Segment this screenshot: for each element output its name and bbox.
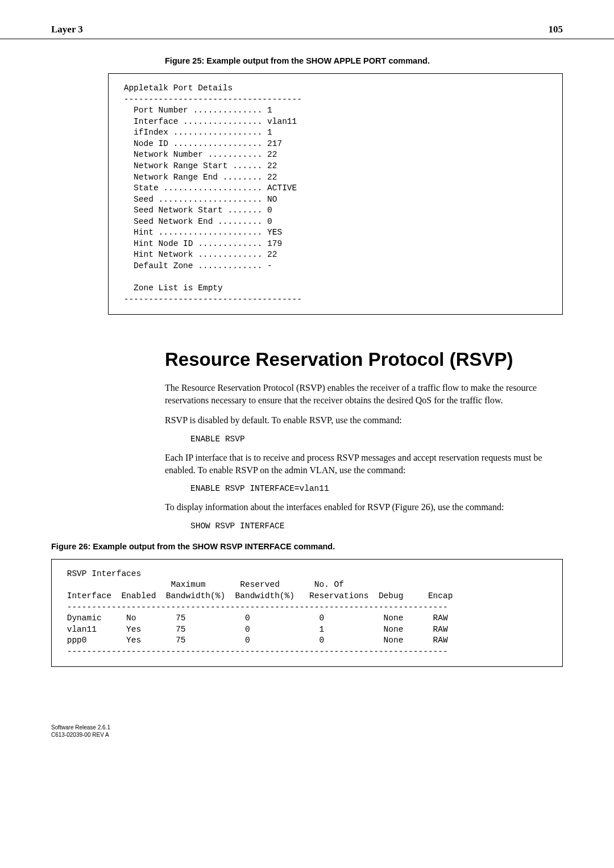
paragraph-4: To display information about the interfa…	[165, 501, 563, 514]
page-header: Layer 3 105	[0, 0, 614, 39]
command-3: SHOW RSVP INTERFACE	[190, 521, 563, 531]
paragraph-3: Each IP interface that is to receive and…	[165, 452, 563, 476]
header-left: Layer 3	[51, 24, 83, 35]
command-2: ENABLE RSVP INTERFACE=vlan11	[190, 484, 563, 493]
figure-25-code: Appletalk Port Details -----------------…	[108, 73, 563, 315]
paragraph-2: RSVP is disabled by default. To enable R…	[165, 414, 563, 427]
main-content: Figure 25: Example output from the SHOW …	[0, 56, 614, 667]
paragraph-1: The Resource Reservation Protocol (RSVP)…	[165, 382, 563, 406]
footer-line-1: Software Release 2.6.1	[51, 724, 563, 731]
figure-26-caption: Figure 26: Example output from the SHOW …	[51, 542, 563, 551]
figure-25-caption: Figure 25: Example output from the SHOW …	[165, 56, 563, 65]
section-title: Resource Reservation Protocol (RSVP)	[165, 349, 563, 370]
figure-26-code: RSVP Interfaces Maximum Reserved No. Of …	[51, 559, 563, 667]
page-footer: Software Release 2.6.1 C613-02039-00 REV…	[0, 701, 614, 756]
command-1: ENABLE RSVP	[190, 435, 563, 444]
footer-line-2: C613-02039-00 REV A	[51, 731, 563, 738]
header-page-number: 105	[549, 24, 563, 35]
